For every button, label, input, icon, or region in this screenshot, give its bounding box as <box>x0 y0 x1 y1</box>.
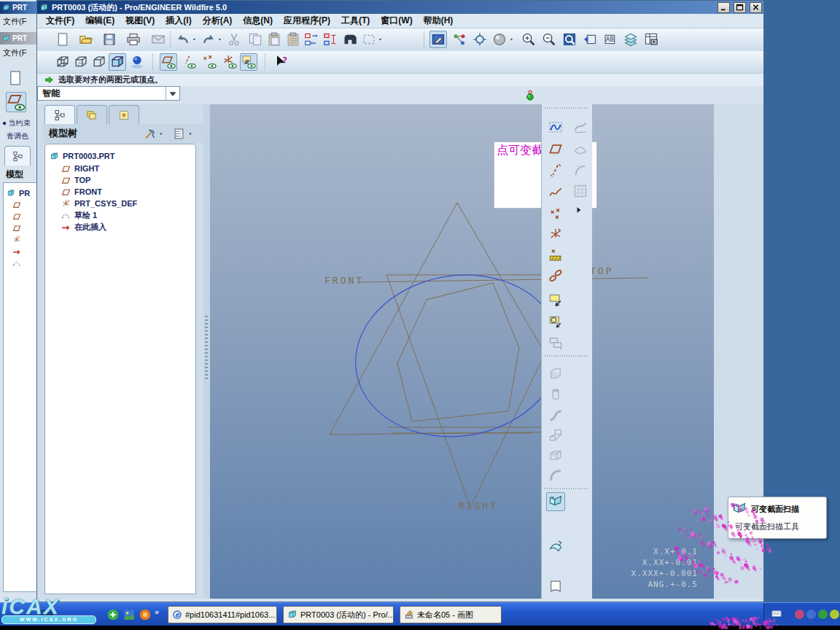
tray-icon-3[interactable] <box>818 610 828 619</box>
tree-row-sketch[interactable]: 草绘 1 <box>61 209 97 221</box>
blend-tool-icon[interactable] <box>546 426 565 445</box>
quicklaunch-media-icon[interactable] <box>139 608 152 621</box>
graphics-area[interactable]: FRONT TOP RIGHT 点可变截面扫描 X.X+-0.1 X.XX+-0… <box>210 104 714 599</box>
shaded-icon[interactable] <box>109 53 126 71</box>
redo-dropdown-icon[interactable] <box>217 31 223 47</box>
boundary-blend-icon[interactable] <box>546 536 565 555</box>
redo-icon[interactable] <box>200 31 217 48</box>
panel-sash[interactable] <box>203 104 210 599</box>
layers-icon[interactable] <box>622 31 639 48</box>
filter-dropdown-icon[interactable] <box>166 87 179 100</box>
keyboard-layout-icon[interactable] <box>770 609 783 619</box>
tray-icon-4[interactable] <box>830 610 839 619</box>
datum-planes-toggle-icon[interactable] <box>160 53 177 71</box>
datum-plane-tool-icon[interactable] <box>546 139 565 158</box>
refit-icon[interactable] <box>561 31 578 48</box>
tree-columns-icon[interactable] <box>173 128 185 140</box>
note-tool-icon[interactable] <box>546 577 565 596</box>
wireframe-icon[interactable] <box>54 53 71 71</box>
new-file-icon[interactable] <box>7 70 23 86</box>
tab-folder-browser[interactable] <box>77 105 107 124</box>
datum-points-toggle-icon[interactable] <box>201 53 218 71</box>
paste-icon[interactable] <box>265 31 283 48</box>
select-box-icon[interactable] <box>360 31 378 48</box>
offset-points-icon[interactable] <box>546 246 565 265</box>
quicklaunch-messenger-icon[interactable] <box>106 608 120 621</box>
tree-columns-dropdown-icon[interactable] <box>187 128 194 140</box>
select-dropdown-icon[interactable] <box>377 31 384 47</box>
titlebar[interactable]: PRT0003 (活动的) - Pro/ENGINEER Wildfire 5.… <box>37 1 763 14</box>
warp-tool-icon[interactable] <box>571 161 590 180</box>
datum-axis-tool-icon[interactable] <box>546 161 565 180</box>
tree-row-insert-here[interactable]: 在此插入 <box>61 221 106 233</box>
tree-row-part[interactable]: PRT0003.PRT <box>50 150 115 162</box>
round-tool-icon[interactable] <box>546 466 565 485</box>
zoom-in-icon[interactable] <box>520 31 537 48</box>
menu-info[interactable]: 信息(N) <box>243 15 273 27</box>
quicklaunch-chevron-icon[interactable]: » <box>155 607 159 616</box>
bg-window2-menu[interactable]: 文件(F <box>3 47 26 58</box>
revolve-tool-icon[interactable] <box>546 385 565 404</box>
selection-filter-combo[interactable]: 智能 <box>37 86 180 101</box>
tray-icon-1[interactable] <box>795 610 804 619</box>
menu-edit[interactable]: 编辑(E) <box>85 15 114 27</box>
orient-mode-icon[interactable] <box>471 31 489 48</box>
context-help-icon[interactable]: ? <box>272 53 289 71</box>
spin-center-icon[interactable] <box>451 31 468 48</box>
display-style-icon[interactable] <box>491 31 508 48</box>
style-tool-icon[interactable] <box>571 117 590 136</box>
menu-file[interactable]: 文件(F) <box>46 15 74 27</box>
view-manager-icon[interactable] <box>642 31 660 48</box>
datum-plane-display-icon[interactable] <box>6 92 26 112</box>
taskbar-button-proe[interactable]: PRT0003 (活动的) - Pro/... <box>283 606 394 623</box>
display-style-dropdown-icon[interactable] <box>508 31 515 47</box>
csys-tool-icon[interactable] <box>546 225 565 244</box>
minimize-button[interactable] <box>718 2 730 13</box>
menu-insert[interactable]: 插入(I) <box>166 15 191 27</box>
extrude-tool-icon[interactable] <box>546 364 565 383</box>
tree-row-front[interactable]: FRONT <box>61 186 102 198</box>
hidden-line-icon[interactable] <box>72 53 90 71</box>
csys-toggle-icon[interactable] <box>221 53 238 71</box>
bg-window1-menu[interactable]: 文件(F <box>3 16 26 27</box>
start-button[interactable]: 开始 <box>38 609 54 620</box>
cut-icon[interactable] <box>225 31 243 48</box>
menu-help[interactable]: 帮助(H) <box>424 15 454 27</box>
tree-row-top[interactable]: TOP <box>61 174 90 186</box>
tree-settings-icon[interactable] <box>144 128 156 140</box>
maximize-button[interactable] <box>734 2 746 13</box>
tab-model-tree[interactable] <box>44 105 75 124</box>
close-button[interactable] <box>750 2 762 13</box>
quicklaunch-pictures-icon[interactable] <box>122 608 136 621</box>
flyout-arrow-icon[interactable] <box>575 206 583 214</box>
undo-dropdown-icon[interactable] <box>191 31 198 47</box>
repaint-icon[interactable] <box>429 31 447 48</box>
find-icon[interactable] <box>341 31 359 48</box>
menu-analysis[interactable]: 分析(A) <box>203 15 233 27</box>
sash-grip[interactable] <box>205 316 208 381</box>
regenerate-icon[interactable] <box>303 31 320 48</box>
datum-axes-toggle-icon[interactable] <box>180 53 198 71</box>
menu-applications[interactable]: 应用程序(P) <box>284 15 330 27</box>
paste-special-icon[interactable] <box>284 31 302 48</box>
sketch-tool-icon[interactable] <box>546 291 565 310</box>
datum-point-tool-icon[interactable] <box>546 205 565 224</box>
undo-icon[interactable] <box>174 31 192 48</box>
new-file-icon[interactable] <box>54 31 71 48</box>
print-icon[interactable] <box>125 31 142 48</box>
zoom-out-icon[interactable] <box>540 31 558 48</box>
tray-icon-2[interactable] <box>806 610 816 619</box>
use-previous-sketch-icon[interactable] <box>546 313 565 332</box>
send-mail-icon[interactable] <box>149 31 167 48</box>
datum-curve-tool-icon[interactable] <box>546 183 565 202</box>
pattern-tool-icon[interactable] <box>571 182 590 201</box>
sweep-tool-icon[interactable] <box>546 405 565 424</box>
sketched-curve-icon[interactable] <box>546 117 565 136</box>
save-icon[interactable] <box>101 31 118 48</box>
taskbar-button-browser[interactable]: e #pid10631411#pid1063... <box>168 606 277 623</box>
annotations-toggle-icon[interactable] <box>240 53 257 71</box>
traffic-light-icon[interactable] <box>524 87 536 103</box>
bg-window1-titlebar[interactable]: PRT <box>0 1 36 14</box>
bg-window2-titlebar[interactable]: PRT <box>0 32 36 44</box>
variable-section-sweep-icon[interactable] <box>546 492 565 511</box>
